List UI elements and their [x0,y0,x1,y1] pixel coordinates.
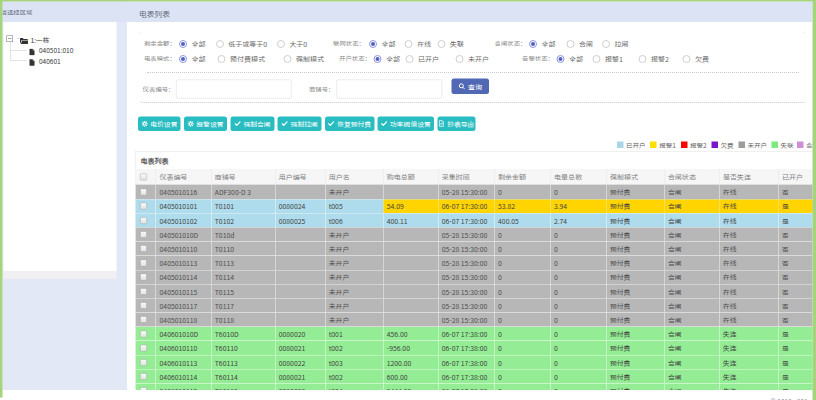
tree-collapse-toggle[interactable] [7,35,14,42]
column-header[interactable]: 剩余金额 [495,169,551,185]
table-row[interactable]: 0405010110 T0110 未开户 05-28 15:30:00 0 0 … [135,242,812,256]
radio-selected-icon[interactable] [179,55,187,63]
radio-unselected-icon[interactable] [283,55,291,63]
table-row[interactable]: 0405010118 T0118 未开户 05-28 15:30:00 0 0 … [135,313,812,327]
toolbar-button[interactable]: 抄表导出 [438,116,476,131]
toolbar-button[interactable]: 恢复预付费 [325,116,375,131]
radio-option[interactable]: 全部 [556,54,583,64]
toolbar-button[interactable]: 强制拉闸 [278,116,322,131]
row-checkbox[interactable] [140,373,147,380]
row-checkbox[interactable] [140,288,147,295]
row-checkbox[interactable] [140,387,147,390]
row-checkbox[interactable] [140,345,147,352]
table-cell: ADF300-D 3 [211,185,275,199]
meter-no-input[interactable] [176,79,291,98]
table-row[interactable]: 0406010110 T60110 0080021 t002 -956.00 0… [135,341,812,355]
column-header[interactable]: 用户名 [325,169,383,185]
radio-selected-icon[interactable] [179,40,187,48]
row-checkbox[interactable] [140,274,147,281]
column-header[interactable]: 已开户 [778,169,812,185]
radio-option[interactable]: 拉闸 [602,39,629,49]
query-button[interactable]: 查询 [451,78,489,94]
row-checkbox[interactable] [140,330,147,337]
radio-option[interactable]: 在线 [404,39,431,49]
radio-option[interactable]: 全部 [179,39,206,49]
radio-option[interactable]: 全部 [529,39,556,49]
radio-unselected-icon[interactable] [437,40,445,48]
radio-option[interactable]: 全部 [179,54,206,64]
row-checkbox-cell [135,341,156,355]
radio-unselected-icon[interactable] [216,40,224,48]
radio-unselected-icon[interactable] [404,40,412,48]
radio-unselected-icon[interactable] [682,55,690,63]
row-checkbox[interactable] [140,245,147,252]
column-header[interactable]: 是否失连 [719,169,778,185]
table-row[interactable]: 0405010101 T0101 0080024 t005 54.09 06-0… [135,199,812,213]
radio-option[interactable]: 强制模式 [283,54,324,64]
toolbar-button[interactable]: 报警设置 [184,116,227,131]
toolbar-button[interactable]: 功率阈值设置 [378,116,434,131]
radio-option[interactable]: 失联 [437,39,464,49]
radio-option[interactable]: 未开户 [455,54,489,64]
radio-unselected-icon[interactable] [602,40,610,48]
row-checkbox[interactable] [140,203,147,210]
radio-selected-icon[interactable] [373,55,381,63]
column-header[interactable]: 购电总额 [383,169,438,185]
table-row[interactable]: 0405010117 T0117 未开户 05-28 15:30:00 0 0 … [135,299,812,313]
table-row[interactable]: 0406010113 T60113 0080022 t003 1200.00 0… [135,355,812,369]
radio-unselected-icon[interactable] [566,40,574,48]
radio-option[interactable]: 报警2 [638,54,668,64]
radio-option[interactable]: 合闸 [566,39,593,49]
table-row[interactable]: 040501010D T010d 未开户 05-28 15:30:00 0 0 … [135,228,812,242]
table-row[interactable]: 0406010115 T60115 0080023 t004 2444.00 0… [135,384,812,390]
row-checkbox[interactable] [140,259,147,266]
radio-unselected-icon[interactable] [277,40,285,48]
column-header[interactable]: 采集时间 [438,169,494,185]
radio-option[interactable]: 大于0 [277,39,307,49]
table-row[interactable]: 0405010115 T0115 未开户 05-28 15:30:00 0 0 … [135,284,812,298]
row-checkbox[interactable] [140,231,147,238]
toolbar-button[interactable]: 强制合闸 [231,116,275,131]
row-checkbox[interactable] [140,302,147,309]
row-checkbox[interactable] [140,217,147,224]
table-row[interactable]: 0405010116 ADF300-D 3 未开户 05-28 15:30:00… [135,185,812,199]
radio-option[interactable]: 预付费模式 [217,54,265,64]
tree-node-child[interactable]: 040501:010 [39,46,73,56]
column-header[interactable]: 合闸状态 [664,169,719,185]
column-header[interactable]: 仪表编号 [156,169,211,185]
table-row[interactable]: 0405010113 T0113 未开户 05-28 15:30:00 0 0 … [135,256,812,270]
radio-selected-icon[interactable] [369,40,377,48]
table-row[interactable]: 0405010114 T0114 未开户 05-28 15:30:00 0 0 … [135,270,812,284]
row-checkbox[interactable] [140,359,147,366]
radio-unselected-icon[interactable] [405,55,413,63]
table-cell: 0405010114 [156,270,211,284]
radio-unselected-icon[interactable] [217,55,225,63]
row-checkbox[interactable] [140,316,147,323]
radio-unselected-icon[interactable] [592,55,600,63]
row-checkbox[interactable] [140,188,147,195]
column-header[interactable]: 电量总数 [550,169,606,185]
radio-selected-icon[interactable] [529,40,537,48]
table-row[interactable]: 040601010D T6010D 0080020 t001 456.00 06… [135,327,812,341]
table-row[interactable]: 0406010114 T60114 0080021 t002 600.00 06… [135,370,812,384]
tree-node-child[interactable]: 040601 [39,56,61,66]
column-header[interactable]: 用户编号 [275,169,325,185]
radio-option[interactable]: 全部 [373,54,400,64]
radio-option[interactable]: 全部 [369,39,396,49]
table-cell [383,228,438,242]
column-header[interactable]: 商铺号 [211,169,275,185]
radio-unselected-icon[interactable] [455,55,463,63]
tree-node-root[interactable]: 1:一栋 [31,35,50,45]
radio-option[interactable]: 已开户 [405,54,439,64]
radio-option[interactable]: 报警1 [592,54,622,64]
radio-unselected-icon[interactable] [638,55,646,63]
column-header[interactable]: 强制模式 [606,169,664,185]
shop-no-input[interactable] [337,79,442,98]
select-all-checkbox[interactable] [140,173,147,180]
radio-option[interactable]: 欠费 [682,54,709,64]
radio-option[interactable]: 低于或等于0 [216,39,267,49]
table-row[interactable]: 0405010102 T0102 0080025 t006 400.11 06-… [135,213,812,227]
tree-hscrollbar[interactable] [4,271,117,279]
toolbar-button[interactable]: 电价设置 [138,116,181,131]
radio-selected-icon[interactable] [556,55,564,63]
